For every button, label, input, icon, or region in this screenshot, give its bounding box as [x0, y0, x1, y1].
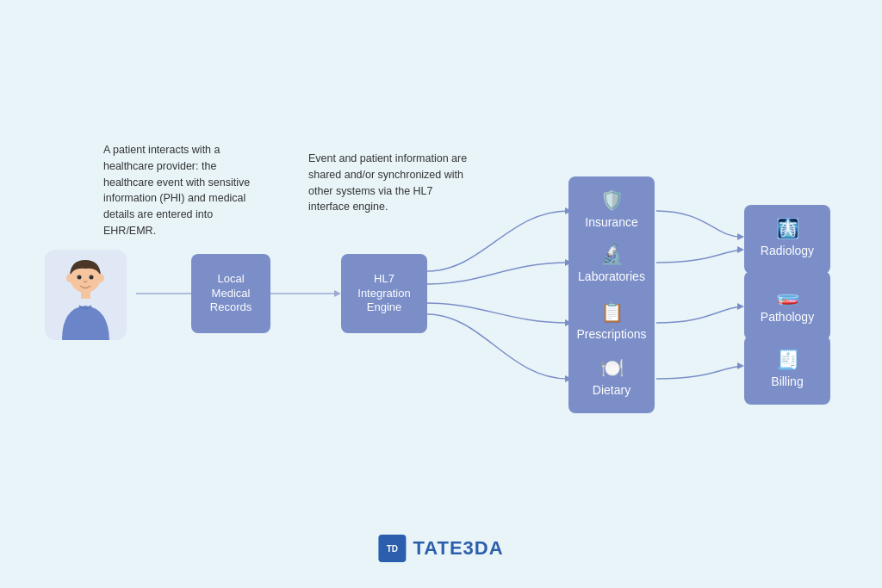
annotation-2: Event and patient information are shared…	[308, 151, 468, 215]
node-insurance-label: Insurance	[585, 214, 637, 230]
node-radiology-label: Radiology	[761, 243, 814, 258]
node-pathology: 🧫 Pathology	[744, 271, 830, 340]
node-radiology: 🩻 Radiology	[744, 205, 830, 274]
dietary-icon: 🍽️	[600, 359, 624, 378]
node-pathology-label: Pathology	[761, 309, 814, 325]
svg-rect-18	[81, 292, 90, 299]
svg-marker-8	[737, 233, 744, 240]
diagram-container: A patient interacts with a healthcare pr…	[0, 0, 882, 588]
person-avatar	[36, 241, 135, 349]
svg-point-14	[66, 274, 73, 282]
prescriptions-icon: 📋	[600, 303, 624, 322]
node-billing: 🧾 Billing	[744, 336, 830, 405]
node-prescriptions-label: Prescriptions	[577, 326, 647, 342]
node-laboratories-label: Laboratories	[578, 269, 645, 284]
pathology-icon: 🧫	[776, 286, 799, 305]
node-hl7-engine: HL7 Integration Engine	[341, 254, 427, 333]
svg-point-16	[78, 275, 82, 280]
avatar-svg	[45, 250, 127, 340]
svg-marker-9	[737, 246, 744, 253]
annotation-1: A patient interacts with a healthcare pr…	[103, 142, 263, 239]
svg-marker-10	[737, 303, 744, 310]
svg-marker-11	[737, 362, 744, 369]
logo-icon: TD	[378, 535, 406, 562]
svg-point-17	[90, 275, 94, 280]
node-local-medical-records-label: Local Medical Records	[210, 272, 252, 316]
svg-marker-3	[334, 290, 341, 297]
logo-container: TD TATE3DA	[378, 535, 503, 562]
node-dietary: 🍽️ Dietary	[568, 344, 655, 413]
logo-icon-text: TD	[387, 544, 398, 554]
node-local-medical-records: Local Medical Records	[191, 254, 270, 333]
svg-point-15	[97, 274, 104, 282]
node-billing-label: Billing	[771, 374, 803, 389]
logo-text: TATE3DA	[413, 537, 503, 560]
node-hl7-engine-label: HL7 Integration Engine	[357, 272, 410, 316]
insurance-icon: 🛡️	[600, 191, 624, 210]
radiology-icon: 🩻	[776, 220, 799, 238]
node-dietary-label: Dietary	[593, 382, 630, 398]
laboratories-icon: 🔬	[600, 245, 624, 264]
billing-icon: 🧾	[776, 350, 799, 369]
